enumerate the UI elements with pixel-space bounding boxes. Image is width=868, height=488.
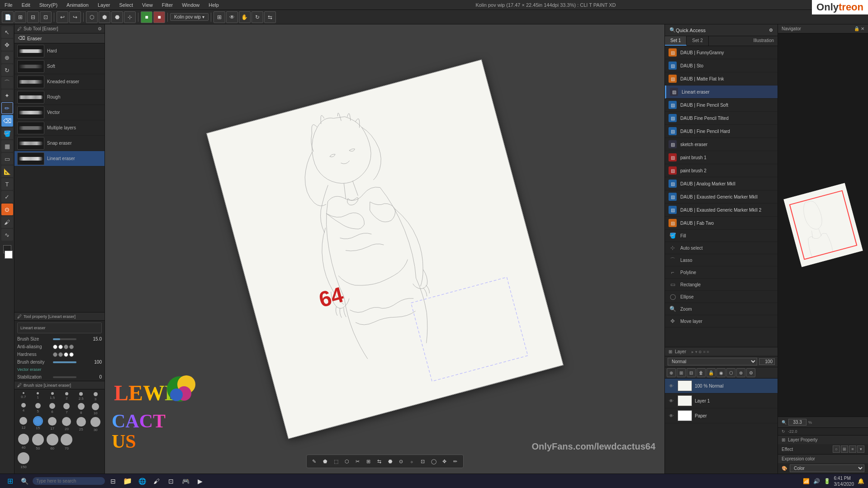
menu-select[interactable]: Select xyxy=(118,2,135,8)
size-item-4[interactable]: 2.5 xyxy=(75,392,87,401)
filename-dropdown[interactable]: Kolin pov wip ▾ xyxy=(170,13,209,21)
menu-help[interactable]: Help xyxy=(207,2,221,8)
aa-dot-3[interactable] xyxy=(64,345,68,349)
tool-paint[interactable]: 🖌 xyxy=(1,216,13,228)
size-item-11[interactable]: 10 xyxy=(89,403,102,415)
menu-window[interactable]: Window xyxy=(180,2,201,8)
menu-view[interactable]: View xyxy=(140,2,155,8)
layer-item-normal[interactable]: 👁 100 % Normal xyxy=(665,379,778,393)
btool-shape2[interactable]: ⬚ xyxy=(331,456,341,466)
quick-brush-item-7[interactable]: ▨ sketch eraser xyxy=(665,138,778,151)
size-item-2[interactable]: 1.5 xyxy=(46,392,59,401)
brush-item-kneaded-eraser[interactable]: Kneaded eraser xyxy=(14,74,104,90)
btool-pen[interactable]: ✎ xyxy=(309,456,319,466)
toolbar-transform2[interactable]: ⬢ xyxy=(99,11,110,23)
toolbar-color1[interactable]: ■ xyxy=(141,11,152,23)
quick-access-settings[interactable]: ⚙ xyxy=(769,28,773,33)
quick-brush-item-13[interactable]: ▨ DAUB | Fab Two xyxy=(665,217,778,230)
menu-filter[interactable]: Filter xyxy=(160,2,175,8)
brush-item-lineart-eraser[interactable]: Lineart eraser xyxy=(14,151,104,166)
brush-item-multiple-layers[interactable]: Multiple layers xyxy=(14,120,104,136)
brush-item-rough[interactable]: Rough xyxy=(14,90,104,105)
size-circle-2[interactable] xyxy=(51,392,54,395)
tool-ruler[interactable]: 📐 xyxy=(1,166,13,177)
sub-tool-settings[interactable]: ⚙ xyxy=(98,26,102,31)
quick-brush-item-9[interactable]: ▨ paint brush 2 xyxy=(665,164,778,177)
btool-ellipse[interactable]: ◯ xyxy=(429,456,439,466)
tool-auto-select[interactable]: ✦ xyxy=(1,90,13,101)
menu-animation[interactable]: Animation xyxy=(65,2,90,8)
size-circle-1[interactable] xyxy=(37,392,39,394)
size-item-3[interactable]: 2 xyxy=(61,392,73,401)
size-item-21[interactable]: 70 xyxy=(61,434,73,450)
brush-density-slider[interactable] xyxy=(53,361,76,363)
taskbar-network[interactable]: 📶 xyxy=(803,478,810,484)
size-item-8[interactable]: 6 xyxy=(46,403,59,415)
size-circle-7[interactable] xyxy=(35,403,41,408)
taskbar-notification[interactable]: 🔔 xyxy=(858,478,864,484)
taskbar-chrome[interactable]: 🌐 xyxy=(136,475,148,488)
btool-copy[interactable]: ⊞ xyxy=(364,456,374,466)
taskbar-app1[interactable]: 🖌 xyxy=(150,475,163,488)
quick-sep-auto-select[interactable]: ⊹ Auto select xyxy=(665,242,778,254)
size-item-16[interactable]: 25 xyxy=(75,417,87,432)
tool-correct[interactable]: ✓ xyxy=(1,191,13,203)
size-item-6[interactable]: 4 xyxy=(17,403,30,415)
layer-merge[interactable]: ⊟ xyxy=(687,368,696,377)
h-dot-2[interactable] xyxy=(58,352,63,357)
exp-color-select[interactable]: Color xyxy=(790,464,864,472)
taskbar-search-icon[interactable]: 🔍 xyxy=(18,475,31,488)
brush-item-hard[interactable]: Hard xyxy=(14,43,104,59)
tool-zoom[interactable]: ⊕ xyxy=(1,52,13,63)
tool-figure[interactable]: ▭ xyxy=(1,153,13,165)
toolbar-transform1[interactable]: ⬡ xyxy=(86,11,98,23)
layer-reference[interactable]: ◉ xyxy=(716,368,726,377)
blend-mode-select[interactable]: Normal xyxy=(668,358,757,365)
toolbar-rotate[interactable]: ↻ xyxy=(251,11,263,23)
h-dot-4[interactable] xyxy=(69,352,74,357)
tool-select-lasso[interactable]: ⌒ xyxy=(1,77,13,89)
taskbar-app2[interactable]: ⊡ xyxy=(165,475,177,488)
toolbar-redo[interactable]: ↪ xyxy=(69,11,81,23)
size-circle-10[interactable] xyxy=(78,403,85,410)
quick-brush-item-10[interactable]: ▨ DAUB | Analog Marker MkII xyxy=(665,177,778,190)
size-item-7[interactable]: 5 xyxy=(32,403,44,415)
effect-btn1[interactable]: ○ xyxy=(833,445,840,453)
toolbar-view2[interactable]: ⊟ xyxy=(27,11,39,23)
size-circle-24[interactable] xyxy=(18,452,29,464)
tool-pen[interactable]: ✏ xyxy=(1,102,13,114)
size-item-0[interactable]: 0.7 xyxy=(17,392,30,401)
toolbar-undo[interactable]: ↩ xyxy=(57,11,68,23)
size-item-20[interactable]: 60 xyxy=(46,434,59,450)
size-item-15[interactable]: 20 xyxy=(61,417,73,432)
effect-btn2[interactable]: ⊞ xyxy=(841,445,848,453)
quick-brush-item-12[interactable]: ▨ DAUB | Exausted Generic Marker MkII 2 xyxy=(665,204,778,217)
btool-cut[interactable]: ✂ xyxy=(353,456,363,466)
size-circle-11[interactable] xyxy=(92,403,99,410)
quick-sep-polyline[interactable]: ⌐ Polyline xyxy=(665,266,778,279)
quick-brush-item-0[interactable]: ▨ DAUB | FunnyGranny xyxy=(665,46,778,59)
layer-lock[interactable]: 🔒 xyxy=(707,368,716,377)
layer-delete[interactable]: 🗑 xyxy=(697,368,706,377)
size-circle-9[interactable] xyxy=(63,403,70,409)
menu-story[interactable]: Story(P) xyxy=(38,2,59,8)
taskbar-explorer[interactable]: 📁 xyxy=(121,475,134,488)
nav-lock[interactable]: 🔒 xyxy=(854,26,859,31)
size-item-19[interactable]: 50 xyxy=(32,434,44,450)
brush-item-snap-eraser[interactable]: Snap eraser xyxy=(14,136,104,151)
size-circle-18[interactable] xyxy=(18,434,29,445)
toolbar-eye[interactable]: 👁 xyxy=(226,11,238,23)
quick-brush-item-8[interactable]: ▨ paint brush 1 xyxy=(665,151,778,164)
btool-lasso[interactable]: ⬦ xyxy=(407,456,417,466)
size-circle-3[interactable] xyxy=(65,392,68,395)
tool-eraser[interactable]: ⌫ xyxy=(1,115,13,127)
size-item-9[interactable]: 7 xyxy=(61,403,73,415)
navigator-preview[interactable] xyxy=(778,33,868,417)
nav-close[interactable]: ✕ xyxy=(861,26,864,31)
btool-flip[interactable]: ⇆ xyxy=(375,456,384,466)
canvas-area[interactable]: LEWD CACT US xyxy=(105,24,664,474)
size-item-17[interactable]: 30 xyxy=(89,417,102,432)
toolbar-zoom-fit[interactable]: ⊡ xyxy=(40,11,52,23)
canvas-drawing[interactable]: 64 xyxy=(206,59,564,439)
size-item-24[interactable]: 150 xyxy=(17,452,30,469)
